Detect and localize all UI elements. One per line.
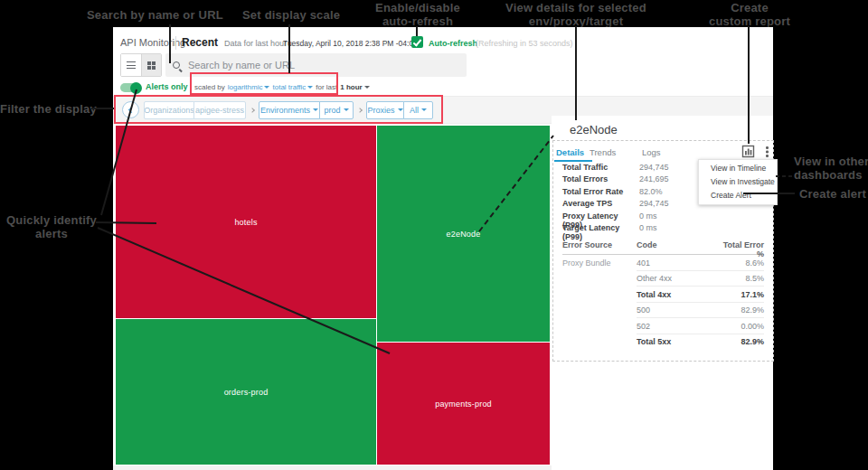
metric-dropdown[interactable]: total traffic [272,83,313,91]
timestamp: Tuesday, April 10, 2018 2:38 PM -04:00 [283,39,418,48]
cell-label: orders-prod [224,388,269,397]
breadcrumb-item-proxy-value[interactable]: All [403,101,433,119]
table-row: Total 5xx 82.9% [562,334,764,351]
kebab-icon [766,146,769,149]
pct-cell: 82.9% [714,337,764,346]
annotation-search: Search by name or URL [87,8,215,22]
annotation-line: dashboards [794,168,868,182]
breadcrumb-group-environments: Environments prod [259,101,354,119]
cell-label: hotels [234,218,257,227]
annotation-line: custom report [696,14,803,28]
metric-value: 294,745 [639,163,669,174]
search-icon [173,61,180,69]
tab-details[interactable]: Details [556,147,584,157]
annotation-dashboards: View in other dashboards [794,155,868,182]
time-window-dropdown[interactable]: 1 hour [340,83,369,91]
annotation-line: Create [696,1,803,14]
grid-icon [147,61,156,70]
active-tab-underline [554,160,592,162]
tab-trends[interactable]: Trends [590,147,616,157]
breadcrumb-label: Environments [260,106,310,115]
breadcrumb-back-button[interactable] [122,101,139,118]
annotation-scale: Set display scale [242,8,340,22]
breadcrumb-group-organizations: Organizations apigee-stress [144,101,246,119]
treemap-cell-hotels[interactable]: hotels [116,126,376,318]
scale-control: scaled by logarithmic total traffic for … [194,78,370,96]
search-box [165,53,467,77]
metric-value: 241,695 [639,174,669,186]
header-divider [175,36,176,50]
breadcrumb-separator [248,108,257,112]
breadcrumb-item-organizations[interactable]: Organizations [144,101,194,119]
caret-down-icon [264,86,269,89]
context-menu: View in Timeline View in Investigate Cre… [698,159,778,205]
autorefresh-checkbox[interactable] [411,36,423,48]
cell-label: payments-prod [435,400,492,409]
kebab-menu-button[interactable] [763,146,770,158]
screenshot-stage: Search by name or URL Set display scale … [0,0,868,470]
scaled-by-label: scaled by [194,83,225,91]
breadcrumb-item-environments[interactable]: Environments [259,101,320,119]
scale-type-dropdown[interactable]: logarithmic [228,83,270,91]
error-source-cell: Proxy Bundle [562,258,637,268]
caret-down-icon [398,108,403,111]
scale-type-value: logarithmic [228,83,263,91]
app-window: API Monitoring Recent Data for last hour… [113,27,773,470]
annotation-filter: Filter the display [0,102,90,116]
caret-down-icon [421,108,427,111]
metric-value: 82.0% [639,187,663,199]
breadcrumb-label: prod [324,106,340,115]
caret-down-icon [313,108,318,111]
code-cell: 500 [637,306,714,315]
annotation-alerts: Quickly identify alerts [5,213,98,240]
treemap-cell-payments-prod[interactable]: payments-prod [377,343,550,465]
list-icon [127,61,136,69]
metric-label: Target Latency (P99) [562,223,639,235]
annotation-line: View details for selected [500,1,652,14]
table-row: 500 82.9% [562,303,764,319]
breadcrumb-item-org-value[interactable]: apigee-stress [193,101,246,119]
column-header: Total Error % [714,240,764,254]
create-report-button[interactable] [741,145,755,158]
chevron-right-icon [357,108,363,113]
code-cell: 502 [637,322,714,331]
annotation-create-alert: Create alert [799,187,868,201]
tab-logs[interactable]: Logs [642,147,661,157]
menu-item-view-in-investigate[interactable]: View in Investigate [699,175,777,189]
breadcrumb-label: Organizations [144,106,194,115]
metric-value: total traffic [272,83,306,91]
error-source-table: Error Source Code Total Error % Proxy Bu… [562,240,764,350]
code-cell: 401 [637,258,714,268]
breadcrumb-separator [355,108,364,112]
treemap-cell-e2enode[interactable]: e2eNode [377,126,550,342]
breadcrumb-item-env-value[interactable]: prod [319,101,354,119]
metric-value: 294,745 [639,199,669,211]
autorefresh-label: Auto-refresh [429,39,477,48]
metric-row: Target Latency (P99)0 ms [562,223,766,235]
caret-down-icon [344,108,349,111]
panel-title: e2eNode [570,123,618,136]
annotation-autorefresh: Enable/disable auto-refresh [369,1,467,28]
breadcrumb-item-proxies[interactable]: Proxies [366,101,404,119]
for-last-label: for last [316,83,337,91]
menu-item-create-alert[interactable]: Create Alert [699,189,777,202]
view-toggle-group [120,53,162,77]
pct-cell: 8.5% [714,274,764,283]
annotation-line: Enable/disable [369,1,467,14]
pct-cell: 0.00% [714,322,764,331]
table-row: Other 4xx 8.5% [562,271,764,287]
list-view-button[interactable] [121,54,141,76]
search-input[interactable] [186,59,439,71]
treemap-cell-orders-prod[interactable]: orders-prod [116,319,376,465]
caret-down-icon [364,86,370,89]
column-header: Error Source [562,240,637,254]
column-header: Code [637,240,714,254]
menu-item-view-in-timeline[interactable]: View in Timeline [699,162,777,175]
metric-label: Total Errors [562,174,639,186]
table-header-row: Error Source Code Total Error % [562,240,764,255]
code-cell: Other 4xx [637,274,714,283]
grid-view-button[interactable] [141,54,161,76]
treemap: hotels e2eNode orders-prod payments-prod [115,125,551,465]
alerts-only-toggle[interactable] [120,83,140,92]
annotation-report: Create custom report [696,1,803,28]
